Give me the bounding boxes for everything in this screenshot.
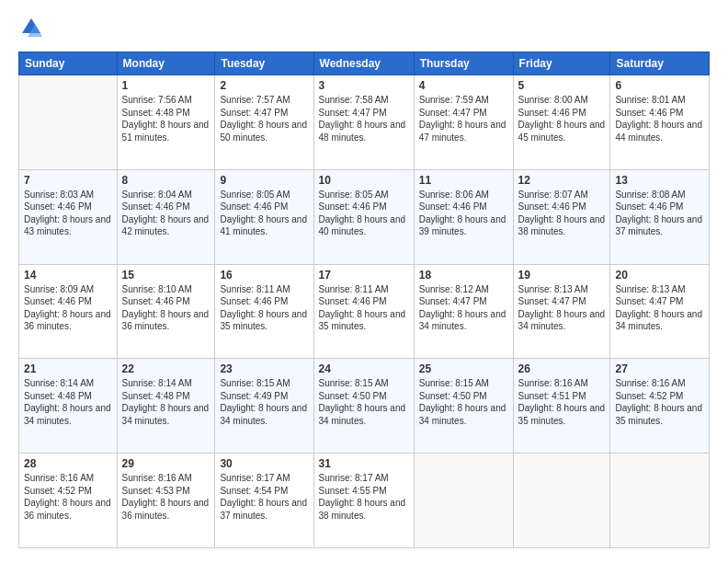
day-info: Sunrise: 8:10 AMSunset: 4:46 PMDaylight:… — [122, 283, 210, 333]
calendar-cell: 1Sunrise: 7:56 AMSunset: 4:48 PMDaylight… — [117, 75, 215, 170]
day-info: Sunrise: 8:06 AMSunset: 4:46 PMDaylight:… — [419, 189, 508, 238]
day-number: 29 — [122, 457, 210, 470]
calendar-cell: 28Sunrise: 8:16 AMSunset: 4:52 PMDayligh… — [19, 454, 118, 548]
calendar-cell: 16Sunrise: 8:11 AMSunset: 4:46 PMDayligh… — [215, 264, 313, 359]
day-number: 19 — [518, 269, 606, 282]
calendar-cell: 30Sunrise: 8:17 AMSunset: 4:54 PMDayligh… — [215, 454, 313, 548]
day-info: Sunrise: 8:03 AMSunset: 4:46 PMDaylight:… — [24, 189, 112, 238]
weekday-header-thursday: Thursday — [414, 52, 513, 75]
day-info: Sunrise: 8:05 AMSunset: 4:46 PMDaylight:… — [319, 189, 409, 238]
day-info: Sunrise: 8:17 AMSunset: 4:54 PMDaylight:… — [220, 472, 308, 522]
calendar-week-row: 21Sunrise: 8:14 AMSunset: 4:48 PMDayligh… — [19, 359, 710, 454]
calendar-cell: 3Sunrise: 7:58 AMSunset: 4:47 PMDaylight… — [313, 75, 414, 170]
day-number: 26 — [518, 362, 606, 375]
calendar-cell: 20Sunrise: 8:13 AMSunset: 4:47 PMDayligh… — [610, 264, 710, 359]
calendar-cell: 15Sunrise: 8:10 AMSunset: 4:46 PMDayligh… — [117, 264, 215, 359]
day-number: 9 — [220, 174, 308, 187]
weekday-header-saturday: Saturday — [610, 52, 710, 75]
day-info: Sunrise: 8:14 AMSunset: 4:48 PMDaylight:… — [24, 377, 112, 427]
day-info: Sunrise: 8:16 AMSunset: 4:51 PMDaylight:… — [518, 377, 606, 427]
day-number: 1 — [122, 79, 210, 92]
page: SundayMondayTuesdayWednesdayThursdayFrid… — [0, 0, 728, 563]
day-number: 22 — [122, 362, 210, 375]
calendar-cell: 12Sunrise: 8:07 AMSunset: 4:46 PMDayligh… — [513, 169, 610, 264]
day-number: 14 — [24, 269, 112, 282]
day-number: 31 — [319, 457, 409, 470]
day-number: 18 — [419, 269, 508, 282]
calendar-cell: 4Sunrise: 7:59 AMSunset: 4:47 PMDaylight… — [414, 75, 513, 170]
day-info: Sunrise: 8:16 AMSunset: 4:52 PMDaylight:… — [615, 377, 704, 427]
day-number: 20 — [615, 269, 704, 282]
day-info: Sunrise: 8:13 AMSunset: 4:47 PMDaylight:… — [518, 283, 606, 333]
calendar-cell: 2Sunrise: 7:57 AMSunset: 4:47 PMDaylight… — [215, 75, 313, 170]
day-info: Sunrise: 8:14 AMSunset: 4:48 PMDaylight:… — [122, 377, 210, 427]
calendar-cell: 23Sunrise: 8:15 AMSunset: 4:49 PMDayligh… — [215, 359, 313, 454]
calendar-table: SundayMondayTuesdayWednesdayThursdayFrid… — [18, 52, 710, 548]
day-info: Sunrise: 8:13 AMSunset: 4:47 PMDaylight:… — [615, 283, 704, 333]
day-info: Sunrise: 8:16 AMSunset: 4:52 PMDaylight:… — [24, 472, 112, 522]
calendar-cell — [513, 454, 610, 548]
calendar-cell: 22Sunrise: 8:14 AMSunset: 4:48 PMDayligh… — [117, 359, 215, 454]
day-info: Sunrise: 8:17 AMSunset: 4:55 PMDaylight:… — [319, 472, 409, 522]
calendar-cell: 18Sunrise: 8:12 AMSunset: 4:47 PMDayligh… — [414, 264, 513, 359]
day-number: 16 — [220, 269, 308, 282]
calendar-cell: 6Sunrise: 8:01 AMSunset: 4:46 PMDaylight… — [610, 75, 710, 170]
calendar-cell: 29Sunrise: 8:16 AMSunset: 4:53 PMDayligh… — [117, 454, 215, 548]
day-info: Sunrise: 8:12 AMSunset: 4:47 PMDaylight:… — [419, 283, 508, 333]
day-number: 7 — [24, 174, 112, 187]
calendar-cell: 25Sunrise: 8:15 AMSunset: 4:50 PMDayligh… — [414, 359, 513, 454]
calendar-cell: 27Sunrise: 8:16 AMSunset: 4:52 PMDayligh… — [610, 359, 710, 454]
calendar-cell: 13Sunrise: 8:08 AMSunset: 4:46 PMDayligh… — [610, 169, 710, 264]
calendar-body: 1Sunrise: 7:56 AMSunset: 4:48 PMDaylight… — [19, 75, 710, 548]
day-number: 6 — [615, 79, 704, 92]
day-number: 25 — [419, 362, 508, 375]
day-number: 28 — [24, 457, 112, 470]
day-info: Sunrise: 8:09 AMSunset: 4:46 PMDaylight:… — [24, 283, 112, 333]
day-number: 24 — [319, 362, 409, 375]
weekday-header-wednesday: Wednesday — [313, 52, 414, 75]
day-info: Sunrise: 8:01 AMSunset: 4:46 PMDaylight:… — [615, 94, 704, 144]
day-info: Sunrise: 8:16 AMSunset: 4:53 PMDaylight:… — [122, 472, 210, 522]
calendar-week-row: 28Sunrise: 8:16 AMSunset: 4:52 PMDayligh… — [19, 454, 710, 548]
day-info: Sunrise: 8:11 AMSunset: 4:46 PMDaylight:… — [319, 283, 409, 333]
day-number: 11 — [419, 174, 508, 187]
day-number: 23 — [220, 362, 308, 375]
calendar-week-row: 1Sunrise: 7:56 AMSunset: 4:48 PMDaylight… — [19, 75, 710, 170]
day-number: 17 — [319, 269, 409, 282]
calendar-cell — [610, 454, 710, 548]
weekday-header-row: SundayMondayTuesdayWednesdayThursdayFrid… — [19, 52, 710, 75]
calendar-cell — [19, 75, 118, 170]
logo — [18, 15, 48, 40]
day-info: Sunrise: 7:58 AMSunset: 4:47 PMDaylight:… — [319, 94, 409, 144]
day-info: Sunrise: 7:56 AMSunset: 4:48 PMDaylight:… — [122, 94, 210, 144]
day-number: 8 — [122, 174, 210, 187]
day-info: Sunrise: 8:07 AMSunset: 4:46 PMDaylight:… — [518, 189, 606, 238]
day-info: Sunrise: 8:05 AMSunset: 4:46 PMDaylight:… — [220, 189, 308, 238]
logo-icon — [18, 15, 44, 40]
day-info: Sunrise: 8:15 AMSunset: 4:49 PMDaylight:… — [220, 377, 308, 427]
calendar-cell: 26Sunrise: 8:16 AMSunset: 4:51 PMDayligh… — [513, 359, 610, 454]
day-number: 12 — [518, 174, 606, 187]
calendar-cell: 11Sunrise: 8:06 AMSunset: 4:46 PMDayligh… — [414, 169, 513, 264]
weekday-header-monday: Monday — [117, 52, 215, 75]
day-number: 27 — [615, 362, 704, 375]
calendar-week-row: 7Sunrise: 8:03 AMSunset: 4:46 PMDaylight… — [19, 169, 710, 264]
day-info: Sunrise: 8:11 AMSunset: 4:46 PMDaylight:… — [220, 283, 308, 333]
weekday-header-friday: Friday — [513, 52, 610, 75]
calendar-cell: 9Sunrise: 8:05 AMSunset: 4:46 PMDaylight… — [215, 169, 313, 264]
calendar-cell: 10Sunrise: 8:05 AMSunset: 4:46 PMDayligh… — [313, 169, 414, 264]
day-number: 5 — [518, 79, 606, 92]
day-info: Sunrise: 7:59 AMSunset: 4:47 PMDaylight:… — [419, 94, 508, 144]
day-number: 21 — [24, 362, 112, 375]
calendar-cell: 14Sunrise: 8:09 AMSunset: 4:46 PMDayligh… — [19, 264, 118, 359]
day-number: 30 — [220, 457, 308, 470]
day-number: 10 — [319, 174, 409, 187]
calendar-cell: 31Sunrise: 8:17 AMSunset: 4:55 PMDayligh… — [313, 454, 414, 548]
calendar-cell: 7Sunrise: 8:03 AMSunset: 4:46 PMDaylight… — [19, 169, 118, 264]
calendar-cell: 17Sunrise: 8:11 AMSunset: 4:46 PMDayligh… — [313, 264, 414, 359]
weekday-header-tuesday: Tuesday — [215, 52, 313, 75]
calendar-cell: 24Sunrise: 8:15 AMSunset: 4:50 PMDayligh… — [313, 359, 414, 454]
day-number: 4 — [419, 79, 508, 92]
weekday-header-sunday: Sunday — [19, 52, 118, 75]
day-number: 15 — [122, 269, 210, 282]
